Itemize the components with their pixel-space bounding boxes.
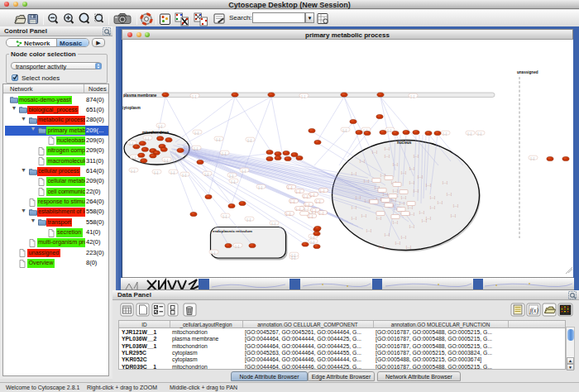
svg-text:[....]: [....] [310,194,314,197]
svg-text:[.....]: [.....] [372,151,377,154]
svg-text:[...]: [...] [411,95,415,98]
svg-text:[.....]: [.....] [443,181,447,184]
svg-text:[.....]: [.....] [430,206,435,209]
svg-text:[...]: [...] [242,170,246,173]
svg-text:[.....]: [.....] [426,217,431,220]
svg-text:[.....]: [.....] [352,217,356,220]
svg-text:[....]: [....] [309,215,313,218]
svg-text:[.....]: [.....] [385,155,390,158]
svg-text:[.....]: [.....] [438,201,443,204]
svg-text:[.....]: [.....] [393,221,398,224]
svg-text:[.....]: [.....] [408,206,413,209]
svg-text:[.....]: [.....] [385,233,390,237]
svg-text:[...]: [...] [230,174,234,178]
svg-text:[.....]: [.....] [385,147,390,151]
svg-text:[...]: [...] [531,157,535,160]
svg-text:[.....]: [.....] [352,206,356,209]
svg-text:[....]: [....] [312,209,316,213]
svg-text:[...]: [...] [132,156,136,160]
svg-text:[...]: [...] [311,236,315,239]
svg-text:[.....]: [.....] [366,229,371,232]
svg-text:[...]: [...] [223,215,227,218]
svg-text:[...]: [...] [443,132,447,136]
svg-text:[...]: [...] [248,139,252,142]
svg-text:[....]: [....] [304,195,308,198]
svg-text:[.....]: [.....] [451,214,456,218]
svg-text:[...]: [...] [193,95,197,98]
svg-text:[....]: [....] [305,203,309,207]
svg-text:[....]: [....] [286,213,290,216]
svg-text:[.....]: [.....] [401,196,406,199]
svg-text:[.....]: [.....] [401,171,406,174]
svg-text:[...]: [...] [183,174,187,177]
svg-text:[.....]: [.....] [430,196,435,199]
svg-text:[...]: [...] [217,138,221,141]
svg-text:[...]: [...] [236,245,240,248]
svg-text:[.....]: [.....] [393,163,398,166]
svg-text:[....]: [....] [296,190,300,194]
svg-text:[.....]: [.....] [395,241,400,245]
svg-text:[...]: [...] [468,132,472,136]
svg-text:[...]: [...] [155,171,159,174]
svg-text:[...]: [...] [132,170,136,173]
svg-text:[...]: [...] [194,147,199,151]
svg-text:[...]: [...] [259,186,263,189]
svg-text:[.....]: [.....] [379,246,384,249]
svg-text:[.....]: [.....] [418,175,423,179]
svg-text:[.....]: [.....] [422,219,427,222]
svg-text:[.....]: [.....] [360,160,365,163]
svg-text:[...]: [...] [272,222,276,226]
svg-text:cytoplasm: cytoplasm [122,106,141,110]
svg-text:[.....]: [.....] [406,246,411,249]
svg-text:[...]: [...] [205,173,209,176]
svg-text:[.....]: [.....] [414,155,419,158]
svg-text:[.....]: [.....] [391,198,396,202]
svg-text:[.....]: [.....] [409,167,414,170]
svg-text:[.....]: [.....] [426,184,431,187]
svg-text:[...]: [...] [292,254,296,257]
svg-text:[.....]: [.....] [393,189,398,193]
svg-text:[...]: [...] [146,137,150,141]
svg-text:[....]: [....] [288,186,292,189]
svg-text:[...]: [...] [223,152,227,155]
svg-text:[.....]: [.....] [447,193,452,196]
svg-text:[....]: [....] [320,189,324,193]
svg-text:[....]: [....] [319,212,323,215]
svg-text:[...]: [...] [165,159,169,162]
svg-text:[...]: [...] [247,218,251,222]
svg-text:[.....]: [.....] [409,213,414,216]
svg-text:f(x): f(x) [530,307,539,314]
svg-text:endoplasmic reticulum: endoplasmic reticulum [213,229,252,233]
svg-text:[...]: [...] [478,132,482,136]
svg-text:[.....]: [.....] [414,189,419,193]
svg-text:[.....]: [.....] [409,181,414,184]
svg-text:[.....]: [.....] [383,193,388,196]
svg-text:[.....]: [.....] [361,214,366,218]
svg-text:[.....]: [.....] [419,211,424,214]
svg-text:[.....]: [.....] [356,196,361,199]
svg-text:[...]: [...] [311,241,315,244]
svg-text:[.....]: [.....] [409,225,414,228]
svg-text:[.....]: [.....] [401,236,406,239]
svg-text:[....]: [....] [316,200,320,203]
svg-text:mitochondrion: mitochondrion [142,131,169,135]
svg-text:[...]: [...] [388,129,392,132]
svg-text:[...]: [...] [212,251,216,255]
svg-text:[...]: [...] [195,131,199,135]
svg-text:[.....]: [.....] [352,172,356,175]
svg-text:[....]: [....] [290,200,294,203]
svg-text:unassigned: unassigned [517,70,538,74]
svg-text:[...]: [...] [302,95,306,98]
svg-text:[...]: [...] [232,180,236,184]
svg-text:[.....]: [.....] [365,199,370,203]
svg-text:[...]: [...] [171,171,175,174]
svg-text:[.....]: [.....] [364,179,369,183]
svg-text:[....]: [....] [296,208,300,211]
svg-text:[.....]: [.....] [453,204,458,208]
svg-text:[...]: [...] [159,125,163,128]
svg-text:[...]: [...] [130,142,134,146]
svg-text:plasma membrane: plasma membrane [123,93,157,98]
svg-text:[...]: [...] [343,129,347,132]
svg-text:[.....]: [.....] [400,202,404,205]
svg-text:[.....]: [.....] [376,217,381,220]
